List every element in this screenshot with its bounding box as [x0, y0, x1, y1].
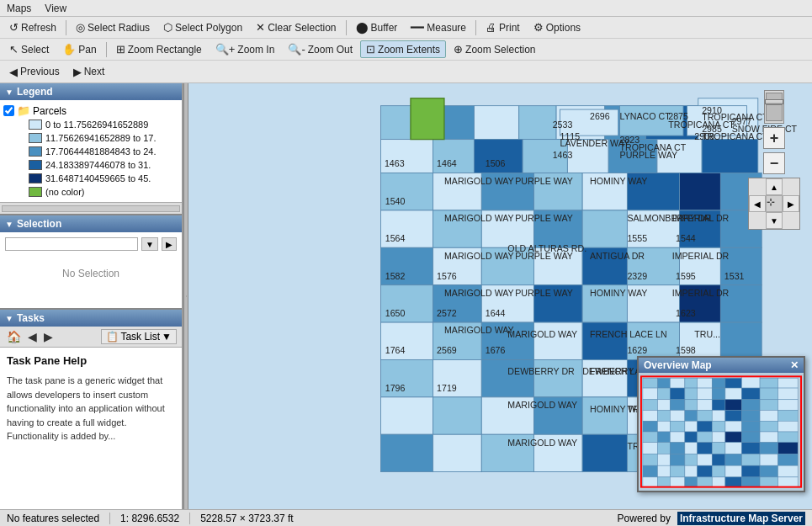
svg-text:1576: 1576 — [437, 271, 457, 281]
zoom-selection-label: Zoom Selection — [465, 44, 535, 56]
legend-hscroll-track[interactable] — [2, 205, 180, 212]
menu-view[interactable]: View — [45, 3, 66, 14]
svg-rect-185 — [778, 400, 799, 411]
svg-rect-207 — [658, 432, 671, 443]
overview-map-body[interactable] — [639, 373, 804, 491]
legend-scroll-area[interactable]: 📁 Parcels 0 to 11.75626941652889 11.7562… — [3, 104, 178, 199]
select-polygon-button[interactable]: ⬡ Select Polygon — [157, 19, 248, 36]
zoom-in-button[interactable]: 🔍+ Zoom In — [210, 40, 281, 58]
options-button[interactable]: ⚙ Options — [528, 19, 586, 36]
svg-rect-246 — [643, 477, 658, 487]
zoom-rectangle-label: Zoom Rectangle — [128, 44, 202, 56]
svg-text:PURPLE WAY: PURPLE WAY — [620, 150, 678, 160]
svg-text:1531: 1531 — [724, 271, 745, 281]
zoom-out-icon: 🔍- — [288, 43, 305, 56]
svg-rect-238 — [670, 465, 685, 477]
next-button[interactable]: ▶ Next — [67, 63, 111, 81]
zoom-minus-button[interactable]: − — [763, 152, 785, 174]
svg-rect-225 — [778, 443, 799, 454]
task-pane-title: Task Pane Help — [7, 354, 175, 367]
svg-rect-197 — [658, 421, 671, 432]
tasks-panel: ▼ Tasks 🏠 ◀ ▶ 📋 Task List ▼ Task Pane He… — [0, 310, 182, 509]
svg-text:PURPLE WAY: PURPLE WAY — [515, 213, 573, 223]
print-button[interactable]: 🖨 Print — [480, 19, 526, 36]
overview-map-title: Overview Map — [644, 359, 712, 371]
svg-rect-232 — [725, 454, 742, 465]
tasks-panel-header[interactable]: ▼ Tasks — [0, 310, 182, 327]
legend-swatch-5 — [29, 187, 42, 197]
pan-sw — [749, 212, 766, 229]
svg-rect-205 — [778, 421, 799, 432]
zoom-plus-button[interactable]: + — [763, 127, 785, 149]
svg-rect-217 — [658, 443, 671, 454]
selection-panel-header[interactable]: ▼ Selection — [0, 215, 182, 232]
select-radius-button[interactable]: ◎ Select Radius — [70, 19, 156, 36]
zoom-out-button[interactable]: 🔍- Zoom Out — [282, 40, 358, 58]
svg-text:1598: 1598 — [676, 345, 696, 355]
svg-rect-198 — [670, 421, 685, 432]
svg-rect-186 — [643, 411, 658, 422]
pan-west-button[interactable]: ◀ — [749, 195, 766, 212]
svg-rect-196 — [643, 421, 658, 432]
zoom-selection-button[interactable]: ⊕ Zoom Selection — [448, 40, 541, 58]
legend-panel-header[interactable]: ▼ Legend — [0, 83, 182, 100]
legend-toggle-icon: ▼ — [5, 88, 13, 97]
svg-rect-159 — [685, 378, 698, 388]
scroll-track-top — [766, 93, 783, 99]
task-list-button[interactable]: 📋 Task List ▼ — [101, 329, 177, 344]
zoom-extents-button[interactable]: ⊡ Zoom Extents — [360, 40, 446, 58]
toolbar-row-2: ↖ Select ✋ Pan ⊞ Zoom Rectangle 🔍+ Zoom … — [0, 39, 812, 61]
buffer-button[interactable]: ⬤ Buffer — [350, 19, 404, 36]
svg-text:1540: 1540 — [385, 196, 406, 206]
selection-go-btn[interactable]: ▶ — [162, 237, 177, 251]
tasks-forward-button[interactable]: ▶ — [42, 330, 55, 343]
tasks-toggle-icon: ▼ — [5, 314, 13, 323]
svg-text:1623: 1623 — [676, 308, 696, 318]
zoom-rectangle-button[interactable]: ⊞ Zoom Rectangle — [110, 40, 208, 58]
zoom-scroll-area — [764, 90, 784, 124]
svg-rect-191 — [712, 411, 725, 422]
options-label: Options — [546, 22, 581, 34]
menu-maps[interactable]: Maps — [7, 3, 31, 14]
pan-button[interactable]: ✋ Pan — [56, 40, 102, 58]
svg-rect-211 — [712, 432, 725, 443]
previous-button[interactable]: ◀ Previous — [3, 63, 66, 81]
svg-rect-204 — [760, 421, 778, 432]
legend-item-1: 11.75626941652889 to 17. — [15, 131, 178, 145]
overview-map-svg — [639, 373, 804, 491]
svg-rect-223 — [742, 443, 761, 454]
task-pane-description: The task pane is a generic widget that a… — [7, 374, 175, 444]
parcels-checkbox[interactable] — [3, 105, 14, 116]
legend-hscroll[interactable] — [0, 202, 182, 214]
pan-east-button[interactable]: ▶ — [783, 195, 799, 212]
svg-rect-162 — [725, 378, 742, 388]
pan-south-button[interactable]: ▼ — [766, 212, 783, 229]
select-button[interactable]: ↖ Select — [3, 40, 55, 58]
selection-dropdown-btn[interactable]: ▼ — [141, 237, 158, 251]
legend-item-2: 17.70644481884843 to 24. — [15, 145, 178, 158]
map-area[interactable]: OLD ALTURAS RD. MARIGOLD WAY PURPLE WAY … — [188, 83, 812, 509]
status-right: Powered by Infrastructure Map Server — [618, 512, 805, 525]
zoom-extents-icon: ⊡ — [366, 43, 375, 56]
tasks-home-button[interactable]: 🏠 — [5, 330, 23, 343]
svg-rect-220 — [698, 443, 713, 454]
refresh-button[interactable]: ↺ Refresh — [3, 19, 62, 36]
next-label: Next — [84, 66, 105, 77]
sep-2 — [346, 20, 347, 35]
svg-rect-202 — [725, 421, 742, 432]
svg-text:PURPLE WAY: PURPLE WAY — [515, 288, 573, 298]
select-polygon-icon: ⬡ — [163, 21, 172, 34]
tasks-back-button[interactable]: ◀ — [26, 330, 39, 343]
selection-input[interactable] — [5, 237, 138, 251]
svg-text:1629: 1629 — [627, 345, 647, 355]
pan-north-button[interactable]: ▲ — [766, 178, 783, 195]
powered-by-text: Powered by — [618, 513, 671, 524]
measure-button[interactable]: ━━ Measure — [405, 19, 472, 36]
overview-map-close-button[interactable]: ✕ — [790, 360, 799, 370]
legend-item-4: 31.6487140459665 to 45. — [15, 172, 178, 185]
legend-item-5: (no color) — [15, 185, 178, 199]
svg-rect-206 — [643, 432, 658, 443]
svg-rect-243 — [742, 465, 761, 477]
svg-text:1644: 1644 — [486, 308, 506, 318]
clear-selection-button[interactable]: ✕ Clear Selection — [250, 19, 342, 36]
